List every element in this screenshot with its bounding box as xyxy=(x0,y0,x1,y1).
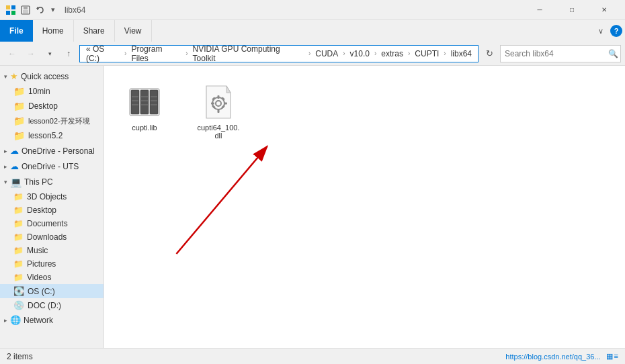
sidebar-section-network[interactable]: ▸ 🌐 Network xyxy=(0,312,103,328)
chevron-icon: ▾ xyxy=(4,73,7,80)
status-link: https://blog.csdn.net/qq_36... xyxy=(505,353,600,361)
path-os[interactable]: « OS (C:) xyxy=(84,44,122,64)
maximize-button[interactable]: □ xyxy=(556,0,587,20)
sidebar-item-doc-d[interactable]: 💿 DOC (D:) xyxy=(0,298,103,312)
minimize-button[interactable]: ─ xyxy=(524,0,555,20)
sidebar-item-music[interactable]: 📁 Music xyxy=(0,244,103,257)
disk-icon: 💽 xyxy=(13,286,24,296)
sidebar-item-videos[interactable]: 📁 Videos xyxy=(0,271,103,284)
status-right: https://blog.csdn.net/qq_36... ▦ ≡ xyxy=(505,352,618,361)
close-button[interactable]: ✕ xyxy=(589,0,620,20)
title-bar: ▾ libx64 ─ □ ✕ xyxy=(0,0,625,20)
sidebar-section-this-pc[interactable]: ▾ 💻 This PC xyxy=(0,174,103,190)
path-nvidia[interactable]: NVIDIA GPU Computing Toolkit xyxy=(191,44,306,64)
file-item-cupti-lib[interactable]: cupti.lib xyxy=(118,79,171,136)
search-box[interactable]: 🔍 xyxy=(500,45,621,62)
sidebar-item-3d-objects[interactable]: 📁 3D Objects xyxy=(0,190,103,203)
view-icon-list[interactable]: ≡ xyxy=(614,352,618,361)
svg-rect-5 xyxy=(24,6,28,9)
folder-icon: 📁 xyxy=(13,246,24,255)
refresh-button[interactable]: ↻ xyxy=(481,46,497,62)
sidebar-item-label: DOC (D:) xyxy=(28,301,61,310)
sidebar-item-label: Pictures xyxy=(27,259,56,269)
address-path[interactable]: « OS (C:) › Program Files › NVIDIA GPU C… xyxy=(79,45,478,62)
title-bar-left: ▾ libx64 xyxy=(5,5,85,15)
folder-icon: 📁 xyxy=(13,259,24,269)
onedrive-personal-label: OneDrive - Personal xyxy=(22,146,95,156)
svg-marker-22 xyxy=(226,86,231,93)
sidebar-item-desktop-pc[interactable]: 📁 Desktop xyxy=(0,203,103,217)
folder-icon: 📁 xyxy=(13,219,24,228)
ribbon-tab-view[interactable]: View xyxy=(115,20,152,42)
file-name-cupti-lib: cupti.lib xyxy=(132,124,157,132)
ribbon-spacer xyxy=(152,20,593,42)
content-area: cupti.lib xyxy=(104,66,625,348)
this-pc-label: This PC xyxy=(24,177,53,187)
path-extras[interactable]: extras xyxy=(379,48,405,59)
svg-rect-25 xyxy=(218,95,220,99)
folder-icon: 📁 xyxy=(13,192,24,201)
sidebar-item-label: lesson02-开发环境 xyxy=(28,116,90,126)
ribbon-tab-share[interactable]: Share xyxy=(74,20,115,42)
chevron-icon: ▸ xyxy=(4,163,7,170)
dll-file-icon xyxy=(200,83,237,121)
save-icon[interactable] xyxy=(20,5,31,15)
sidebar-item-label: Videos xyxy=(27,273,51,282)
back-button[interactable]: ← xyxy=(4,46,20,62)
path-version[interactable]: v10.0 xyxy=(348,48,372,59)
main-layout: ▾ ★ Quick access 📁 10min 📁 Desktop 📁 les… xyxy=(0,66,625,348)
sidebar-item-os-c[interactable]: 💽 OS (C:) xyxy=(0,284,103,298)
file-item-cupti64-dll[interactable]: cupti64_100.dll xyxy=(192,79,245,144)
recent-button[interactable]: ▾ xyxy=(42,46,58,62)
path-libx64[interactable]: libx64 xyxy=(449,48,474,59)
ribbon-help-btn[interactable]: ? xyxy=(610,25,622,37)
sidebar-item-label: 3D Objects xyxy=(27,192,67,201)
ribbon: File Home Share View ∨ ? xyxy=(0,20,625,42)
disk-removable-icon: 💿 xyxy=(13,300,24,310)
undo-icon[interactable] xyxy=(35,5,46,15)
sidebar-item-label: Documents xyxy=(27,219,68,228)
sidebar-item-10min[interactable]: 📁 10min xyxy=(0,84,103,99)
lib-file-icon xyxy=(126,83,163,121)
sidebar: ▾ ★ Quick access 📁 10min 📁 Desktop 📁 les… xyxy=(0,66,104,348)
up-button[interactable]: ↑ xyxy=(60,46,77,62)
ribbon-tab-home[interactable]: Home xyxy=(33,20,74,42)
quick-access-label: Quick access xyxy=(21,72,69,81)
svg-rect-28 xyxy=(224,103,227,105)
sidebar-section-onedrive-personal[interactable]: ▸ ☁ OneDrive - Personal xyxy=(0,143,103,158)
sidebar-item-downloads[interactable]: 📁 Downloads xyxy=(0,230,103,244)
svg-rect-26 xyxy=(218,109,220,113)
customize-btn[interactable]: ▾ xyxy=(51,5,55,14)
forward-button[interactable]: → xyxy=(23,46,39,62)
path-cuda[interactable]: CUDA xyxy=(313,48,340,59)
sidebar-section-onedrive-uts[interactable]: ▸ ☁ OneDrive - UTS xyxy=(0,158,103,174)
pc-icon: 💻 xyxy=(10,177,22,187)
folder-icon: 📁 xyxy=(13,232,24,242)
sidebar-item-label: Downloads xyxy=(27,232,67,242)
path-cupti[interactable]: CUPTI xyxy=(413,48,441,59)
sidebar-section-quick-access[interactable]: ▾ ★ Quick access xyxy=(0,69,103,84)
window-icon xyxy=(5,5,16,15)
sidebar-item-label: lesson5.2 xyxy=(28,131,62,140)
folder-icon: 📁 xyxy=(13,116,25,126)
sidebar-item-pictures[interactable]: 📁 Pictures xyxy=(0,257,103,271)
sidebar-item-desktop-qa[interactable]: 📁 Desktop xyxy=(0,99,103,113)
path-program-files[interactable]: Program Files xyxy=(129,44,183,64)
onedrive-uts-label: OneDrive - UTS xyxy=(22,162,79,171)
ribbon-file-tab[interactable]: File xyxy=(0,20,33,42)
folder-icon: 📁 xyxy=(13,206,24,215)
sidebar-item-lesson02[interactable]: 📁 lesson02-开发环境 xyxy=(0,113,103,128)
search-input[interactable] xyxy=(505,49,606,58)
sidebar-item-documents[interactable]: 📁 Documents xyxy=(0,217,103,230)
chevron-icon: ▾ xyxy=(4,179,7,185)
ribbon-collapse-btn[interactable]: ∨ xyxy=(593,23,609,39)
cloud-icon: ☁ xyxy=(10,146,19,156)
svg-rect-27 xyxy=(211,103,214,105)
svg-rect-6 xyxy=(23,10,28,13)
network-icon: 🌐 xyxy=(10,315,21,325)
chevron-icon: ▸ xyxy=(4,148,7,154)
folder-icon: 📁 xyxy=(13,130,25,141)
sidebar-item-lesson52[interactable]: 📁 lesson5.2 xyxy=(0,128,103,143)
sidebar-item-label: Desktop xyxy=(27,206,56,215)
view-icon-grid[interactable]: ▦ xyxy=(606,352,613,361)
